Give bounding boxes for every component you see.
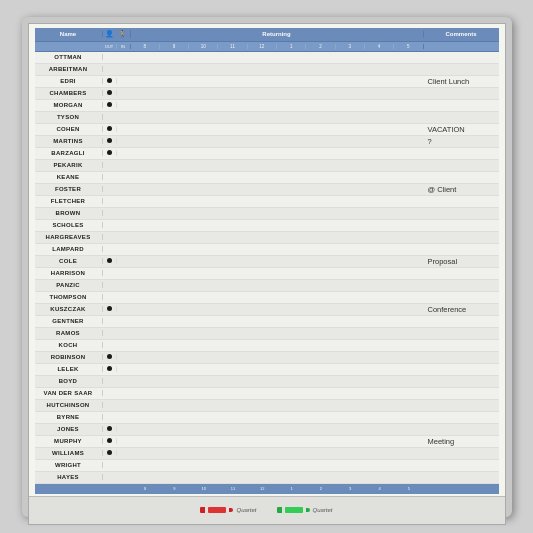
- sub-in-header: IN: [117, 44, 131, 49]
- marker-cap-red: [200, 507, 205, 513]
- cell-name: PANZIC: [35, 282, 103, 288]
- cell-comment: Conference: [424, 305, 499, 314]
- marker-brand-red: Quartet: [236, 507, 256, 513]
- out-dot: [107, 126, 112, 131]
- table-row: OTTMAN: [35, 52, 499, 64]
- cell-name: MARTINS: [35, 138, 103, 144]
- cell-name: OTTMAN: [35, 54, 103, 60]
- table-row: SCHOLES: [35, 220, 499, 232]
- sub-day-label: 4: [365, 44, 394, 49]
- whiteboard-frame: Name 👤 🚶 Returning Comments OUT IN 89101…: [22, 17, 512, 517]
- cell-out: [103, 366, 117, 372]
- scale-mark: 12: [248, 486, 277, 491]
- cell-out: [103, 102, 117, 108]
- table-row: FOSTER@ Client: [35, 184, 499, 196]
- cell-out: [103, 438, 117, 444]
- red-marker: Quartet: [200, 507, 256, 513]
- table-row: MURPHYMeeting: [35, 436, 499, 448]
- table-row: BARZAGLI: [35, 148, 499, 160]
- marker-brand-green: Quartet: [313, 507, 333, 513]
- cell-name: BARZAGLI: [35, 150, 103, 156]
- table-row: BYRNE: [35, 412, 499, 424]
- whiteboard-inner: Name 👤 🚶 Returning Comments OUT IN 89101…: [28, 23, 506, 525]
- table-row: KEANE: [35, 172, 499, 184]
- scale-mark: 8: [131, 486, 160, 491]
- out-dot: [107, 138, 112, 143]
- table-row: ARBEITMAN: [35, 64, 499, 76]
- table-row: FLETCHER: [35, 196, 499, 208]
- cell-comment: VACATION: [424, 125, 499, 134]
- cell-name: BYRNE: [35, 414, 103, 420]
- out-dot: [107, 354, 112, 359]
- table-row: WRIGHT: [35, 460, 499, 472]
- table-row: PEKARIK: [35, 160, 499, 172]
- table-row: TYSON: [35, 112, 499, 124]
- cell-comment: Meeting: [424, 437, 499, 446]
- sub-header-row: OUT IN 8910111212345: [35, 42, 499, 52]
- cell-name: HUTCHINSON: [35, 402, 103, 408]
- table-row: GENTNER: [35, 316, 499, 328]
- cell-out: [103, 138, 117, 144]
- scale-mark: 2: [306, 486, 335, 491]
- table-row: MARTINS?: [35, 136, 499, 148]
- cell-name: HAYES: [35, 474, 103, 480]
- cell-name: BROWN: [35, 210, 103, 216]
- sub-out-header: OUT: [103, 44, 117, 49]
- green-marker: Quartet: [277, 507, 333, 513]
- out-dot: [107, 90, 112, 95]
- table-row: RAMOS: [35, 328, 499, 340]
- table-row: HUTCHINSON: [35, 400, 499, 412]
- out-dot: [107, 150, 112, 155]
- cell-out: [103, 78, 117, 84]
- scale-mark: 5: [394, 486, 423, 491]
- cell-name: FLETCHER: [35, 198, 103, 204]
- sub-day-label: 10: [189, 44, 218, 49]
- cell-name: VAN DER SAAR: [35, 390, 103, 396]
- cell-name: KUSZCZAK: [35, 306, 103, 312]
- scale-numbers: 8910111212345: [131, 486, 424, 491]
- cell-name: ROBINSON: [35, 354, 103, 360]
- sub-day-label: 9: [160, 44, 189, 49]
- cell-name: WILLIAMS: [35, 450, 103, 456]
- bottom-scale-row: 8910111212345: [35, 484, 499, 494]
- table-row: VAN DER SAAR: [35, 388, 499, 400]
- marker-tip-red: [229, 508, 233, 512]
- cell-name: BOYD: [35, 378, 103, 384]
- table-row: JONES: [35, 424, 499, 436]
- cell-out: [103, 90, 117, 96]
- cell-out: [103, 126, 117, 132]
- sub-day-label: 3: [336, 44, 365, 49]
- col-header-name: Name: [35, 31, 103, 37]
- board-content: Name 👤 🚶 Returning Comments OUT IN 89101…: [29, 24, 505, 496]
- table-row: KOCH: [35, 340, 499, 352]
- out-dot: [107, 306, 112, 311]
- cell-name: GENTNER: [35, 318, 103, 324]
- table-row: ROBINSON: [35, 352, 499, 364]
- scale-mark: 9: [160, 486, 189, 491]
- cell-name: KEANE: [35, 174, 103, 180]
- marker-cap-green: [277, 507, 282, 513]
- scale-mark: 3: [336, 486, 365, 491]
- cell-comment: Client Lunch: [424, 77, 499, 86]
- table-row: WILLIAMS: [35, 448, 499, 460]
- table-row: HAYES: [35, 472, 499, 484]
- cell-name: PEKARIK: [35, 162, 103, 168]
- out-dot: [107, 366, 112, 371]
- cell-name: HARRISON: [35, 270, 103, 276]
- cell-name: ARBEITMAN: [35, 66, 103, 72]
- cell-name: TYSON: [35, 114, 103, 120]
- table-row: BROWN: [35, 208, 499, 220]
- cell-name: CHAMBERS: [35, 90, 103, 96]
- scale-mark: 4: [365, 486, 394, 491]
- cell-name: FOSTER: [35, 186, 103, 192]
- table-row: LELEK: [35, 364, 499, 376]
- out-dot: [107, 78, 112, 83]
- out-dot: [107, 258, 112, 263]
- table-row: PANZIC: [35, 280, 499, 292]
- cell-out: [103, 426, 117, 432]
- cell-name: MORGAN: [35, 102, 103, 108]
- sub-day-label: 1: [277, 44, 306, 49]
- scale-mark: 11: [218, 486, 247, 491]
- sub-day-label: 2: [306, 44, 335, 49]
- marker-body-green: [285, 507, 303, 513]
